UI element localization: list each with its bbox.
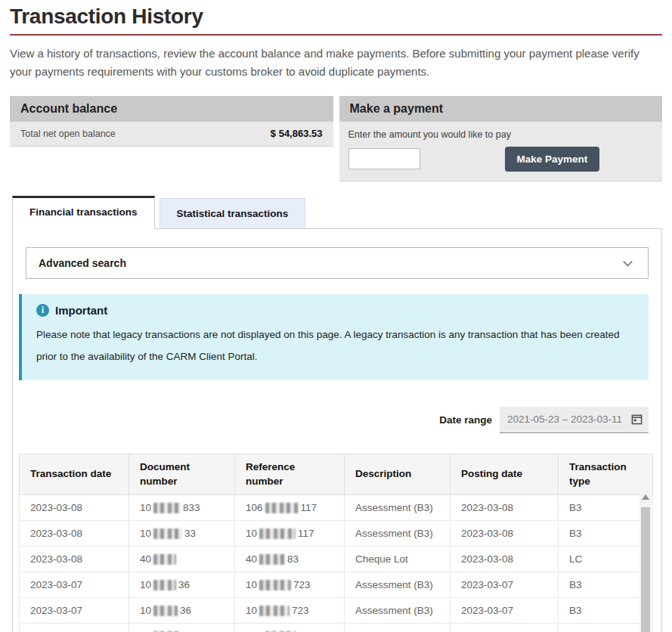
table-row: 2023-03-07103610723Assessment (B3)2023-0… — [20, 572, 653, 597]
make-payment-panel: Make a payment Enter the amount you woul… — [339, 96, 663, 181]
document-number-cell: 1033 — [129, 520, 235, 546]
date-range-label: Date range — [439, 414, 492, 426]
description-cell: Assessment (B3) — [345, 597, 451, 623]
transactions-table-wrap: Transaction dateDocument numberReference… — [19, 454, 652, 632]
reference-number-cell: 4083 — [235, 546, 345, 572]
transaction-date-cell: 2023-03-08 — [20, 520, 129, 546]
transaction-type-cell: B3 — [559, 494, 653, 520]
transaction-type-cell: B3 — [559, 572, 653, 597]
tab-statistical-transactions[interactable]: Statistical transactions — [159, 198, 306, 228]
calendar-icon[interactable] — [631, 414, 643, 425]
date-range-value: 2021-05-23 – 2023-03-11 — [507, 414, 631, 425]
transaction-date-cell: 2023-03-03 — [20, 623, 129, 632]
transaction-type-cell: B3 — [559, 597, 653, 623]
notice-title: Important — [55, 304, 107, 317]
posting-date-cell: 2023-03-07 — [451, 572, 559, 597]
table-header-row: Transaction dateDocument numberReference… — [20, 454, 653, 494]
column-header: Description — [345, 454, 451, 494]
summary-panels: Account balance Total net open balance $… — [10, 96, 662, 181]
column-header: Transaction type — [559, 454, 653, 494]
transactions-table: Transaction dateDocument numberReference… — [19, 454, 653, 632]
description-cell: Cheque Lot — [345, 546, 451, 572]
description-cell: Assessment (B3) — [345, 520, 451, 546]
make-payment-header: Make a payment — [339, 96, 663, 122]
redacted-digits — [153, 580, 176, 590]
redacted-digits — [153, 528, 182, 539]
description-cell: Assessment (B3) — [345, 572, 451, 597]
make-payment-button[interactable]: Make Payment — [505, 147, 600, 172]
payment-amount-label: Enter the amount you would like to pay — [348, 129, 654, 140]
document-number-cell: 40 — [129, 546, 235, 572]
reference-number-cell: 10117 — [235, 520, 345, 546]
description-cell: Assessment (B3) — [345, 494, 451, 520]
account-balance-body: Total net open balance $ 54,863.53 — [10, 122, 333, 147]
redacted-digits — [259, 606, 290, 616]
redacted-digits — [259, 554, 285, 565]
intro-text: View a history of transactions, review t… — [10, 45, 662, 82]
transaction-date-cell: 2023-03-08 — [20, 494, 129, 520]
make-payment-body: Enter the amount you would like to pay M… — [339, 122, 663, 181]
posting-date-cell: 2023-03-03 — [451, 623, 559, 632]
table-row: 2023-03-031056106789Assessment (B3)2023-… — [20, 623, 653, 632]
reference-number-cell: 106789 — [235, 623, 345, 632]
account-balance-panel: Account balance Total net open balance $… — [10, 96, 333, 181]
redacted-digits — [153, 554, 176, 565]
date-range-row: Date range 2021-05-23 – 2023-03-11 — [26, 407, 649, 433]
page-content: Transaction History View a history of tr… — [0, 5, 672, 632]
redacted-digits — [265, 503, 299, 513]
redacted-digits — [259, 580, 291, 590]
notice-body: Please note that legacy transactions are… — [36, 324, 635, 367]
document-number-cell: 1036 — [129, 572, 235, 597]
table-scrollbar[interactable] — [639, 490, 652, 632]
payment-amount-input[interactable] — [348, 148, 420, 169]
column-header: Reference number — [235, 454, 345, 494]
scroll-up-button[interactable] — [639, 490, 652, 505]
redacted-digits — [259, 528, 296, 539]
financial-transactions-panel: Advanced search i Important Please note … — [12, 228, 662, 632]
table-row: 2023-03-08103310117Assessment (B3)2023-0… — [20, 520, 653, 546]
chevron-down-icon — [623, 257, 633, 267]
transaction-type-cell: B3 — [559, 623, 653, 632]
balance-label: Total net open balance — [20, 129, 116, 139]
posting-date-cell: 2023-03-08 — [451, 520, 559, 546]
column-header: Document number — [129, 454, 235, 494]
info-icon: i — [36, 304, 49, 317]
account-balance-header: Account balance — [10, 96, 333, 122]
redacted-digits — [153, 606, 178, 616]
important-notice: i Important Please note that legacy tran… — [19, 294, 649, 380]
document-number-cell: 10833 — [129, 494, 235, 520]
reference-number-cell: 10723 — [235, 597, 345, 623]
document-number-cell: 1036 — [129, 597, 235, 623]
reference-number-cell: 106117 — [235, 494, 345, 520]
advanced-search-label: Advanced search — [39, 257, 126, 269]
tab-financial-transactions[interactable]: Financial transactions — [12, 196, 155, 229]
balance-amount: $ 54,863.53 — [271, 128, 323, 139]
table-row: 2023-03-08404083Cheque Lot2023-03-08LC — [20, 546, 653, 572]
posting-date-cell: 2023-03-07 — [451, 597, 559, 623]
date-range-field[interactable]: 2021-05-23 – 2023-03-11 — [500, 407, 649, 433]
page-title: Transaction History — [10, 5, 662, 36]
transaction-date-cell: 2023-03-07 — [20, 597, 129, 623]
transaction-type-cell: B3 — [559, 520, 653, 546]
document-number-cell: 1056 — [129, 623, 235, 632]
transaction-date-cell: 2023-03-07 — [20, 572, 129, 597]
description-cell: Assessment (B3) — [345, 623, 451, 632]
advanced-search-toggle[interactable]: Advanced search — [26, 247, 649, 279]
reference-number-cell: 10723 — [235, 572, 345, 597]
table-row: 2023-03-07103610723Assessment (B3)2023-0… — [20, 597, 653, 623]
redacted-digits — [153, 503, 181, 513]
scroll-up-icon — [642, 494, 649, 500]
scrollbar-thumb[interactable] — [641, 507, 650, 632]
posting-date-cell: 2023-03-08 — [451, 494, 559, 520]
transaction-date-cell: 2023-03-08 — [20, 546, 129, 572]
transactions-tabs: Financial transactions Statistical trans… — [10, 196, 662, 228]
column-header: Posting date — [451, 454, 559, 494]
posting-date-cell: 2023-03-08 — [451, 546, 559, 572]
transaction-type-cell: LC — [559, 546, 653, 572]
table-row: 2023-03-0810833106117Assessment (B3)2023… — [20, 494, 653, 520]
column-header: Transaction date — [20, 454, 129, 494]
